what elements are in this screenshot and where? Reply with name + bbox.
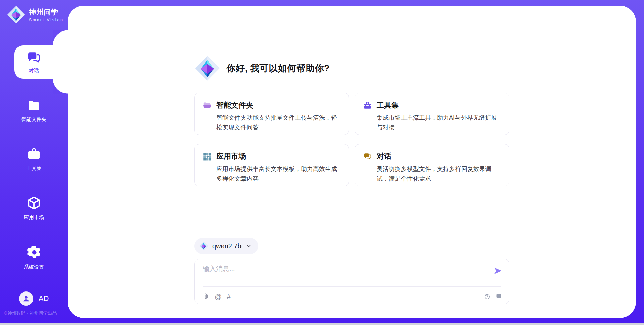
paperclip-icon [203,293,210,300]
model-logo-icon [199,241,208,251]
card-title: 应用市场 [216,151,246,161]
screen-bottom-edge [0,323,644,325]
active-tab-notch-top [53,30,68,45]
avatar [19,291,33,306]
cube-icon [26,196,41,210]
brand-logo-icon [7,5,25,24]
sidebar-item-label: 应用市场 [0,214,68,221]
brand: 神州问学 Smart Vision [0,0,68,24]
sidebar-item-label: 智能文件夹 [0,116,68,123]
composer: @ # [194,259,509,304]
greeting-title: 你好, 我可以如何帮助你? [226,62,330,74]
sidebar-item-folder[interactable]: 智能文件夹 [0,99,68,123]
active-tab-notch-bottom [53,79,68,94]
history-button[interactable] [484,293,491,300]
sidebar-item-market[interactable]: 应用市场 [0,196,68,221]
model-name: qwen2:7b [212,242,241,250]
card-app-market[interactable]: 应用市场 应用市场提供丰富长文本模板，助力高效生成多样化文章内容 [194,144,349,186]
sidebar-item-label: 系统设置 [0,264,68,270]
brand-name: 神州问学 [29,7,64,17]
user-profile[interactable]: AD [0,291,68,306]
model-selector[interactable]: qwen2:7b [194,238,258,254]
card-description: 应用市场提供丰富长文本模板，助力高效生成多样化文章内容 [216,164,341,184]
sidebar-item-settings[interactable]: 系统设置 [0,244,68,270]
card-title: 工具集 [377,100,399,110]
chat-icon [363,152,372,161]
attach-button[interactable] [203,293,210,300]
chat-bubble-button[interactable] [495,293,502,300]
composer-toolbar: @ # [203,290,502,302]
grid-icon [203,152,212,161]
gear-icon [26,244,42,260]
card-toolset[interactable]: 工具集 集成市场上主流工具，助力AI与外界无缝扩展与对接 [355,93,509,135]
sidebar-item-label: 对话 [29,67,39,74]
chat-icon [26,50,42,65]
toolbox-icon [363,101,372,110]
card-description: 智能文件夹功能支持批量文件上传与清洗，轻松实现文件问答 [216,113,341,132]
sidebar-item-tools[interactable]: 工具集 [0,147,68,172]
card-description: 灵活切换多模型文件，支持多样回复效果调试，满足个性化需求 [377,164,501,184]
send-button[interactable] [493,266,502,276]
user-name: AD [39,294,49,303]
history-icon [484,293,491,300]
sidebar: 神州问学 Smart Vision 对话 智能文件夹 工具集 应用市场 系统设置 [0,0,68,325]
chat-bubble-icon [495,293,502,300]
folder-icon [27,99,41,112]
sidebar-item-chat[interactable]: 对话 [14,45,68,79]
greeting: 你好, 我可以如何帮助你? [194,55,509,82]
card-title: 对话 [377,151,391,161]
mention-button[interactable]: @ [215,293,222,300]
greeting-logo-icon [194,55,220,81]
chevron-down-icon [246,243,252,249]
feature-cards: 智能文件夹 智能文件夹功能支持批量文件上传与清洗，轻松实现文件问答 工具集 集成… [194,93,509,186]
sidebar-footer: ©神州数码 · 神州问学出品 [4,310,57,316]
toolbox-icon [26,147,41,161]
app-root: 你好, 我可以如何帮助你? 智能文件夹 智能文件夹功能支持批量文件上传与清洗，轻… [0,0,644,325]
card-chat[interactable]: 对话 灵活切换多模型文件，支持多样回复效果调试，满足个性化需求 [355,144,509,186]
card-description: 集成市场上主流工具，助力AI与外界无缝扩展与对接 [377,113,501,132]
card-title: 智能文件夹 [216,100,253,110]
send-icon [493,266,502,275]
message-input[interactable] [203,264,471,282]
card-smart-folder[interactable]: 智能文件夹 智能文件夹功能支持批量文件上传与清洗，轻松实现文件问答 [194,93,349,135]
topic-button[interactable]: # [227,293,231,300]
brand-subtitle: Smart Vision [29,18,64,22]
main-content: 你好, 我可以如何帮助你? 智能文件夹 智能文件夹功能支持批量文件上传与清洗，轻… [68,6,636,318]
sidebar-item-label: 工具集 [0,165,68,172]
composer-divider [203,286,501,287]
person-icon [22,294,31,303]
folder-icon [203,101,212,110]
